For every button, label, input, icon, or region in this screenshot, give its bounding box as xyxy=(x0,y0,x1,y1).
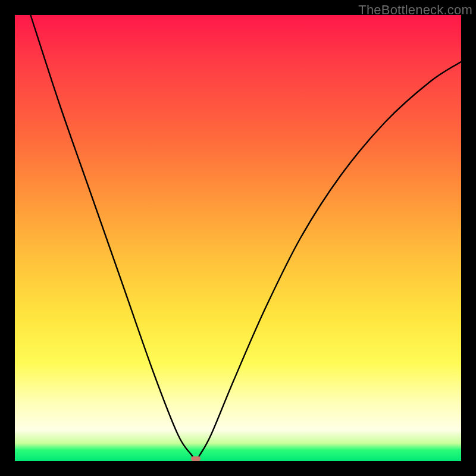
bottleneck-gradient-plot xyxy=(15,15,461,461)
bottleneck-curve-path xyxy=(30,15,461,459)
bottleneck-curve-svg xyxy=(15,15,461,461)
watermark-text: TheBottleneck.com xyxy=(358,2,472,18)
curve-minimum-marker xyxy=(191,456,201,461)
